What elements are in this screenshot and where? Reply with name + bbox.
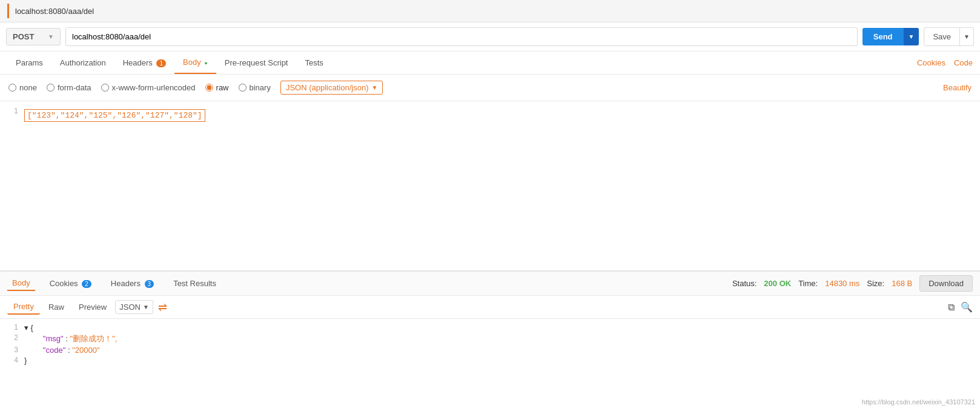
json-type-select[interactable]: JSON (application/json) ▼ [280, 81, 383, 95]
request-tabs-row: Params Authorization Headers 1 Body ● Pr… [0, 52, 980, 75]
json-key-msg: "msg" [36, 334, 64, 343]
copy-icon[interactable]: ⧉ [948, 302, 955, 313]
response-json-select[interactable]: JSON ▼ [115, 300, 153, 314]
resp-tab-body[interactable]: Body [7, 276, 35, 291]
time-value: 14830 ms [825, 279, 859, 288]
fmt-preview[interactable]: Preview [73, 300, 113, 314]
url-input[interactable] [65, 27, 858, 46]
resp-tab-testresults[interactable]: Test Results [168, 276, 221, 290]
watermark: https://blog.csdn.net/weixin_43107321 [862, 398, 975, 406]
response-json-area: 1 ▾ { 2 "msg" : "删除成功！", 3 "code" : "200… [0, 319, 980, 369]
body-type-formdata[interactable]: form-data [47, 83, 91, 92]
save-dropdown-button[interactable]: ▼ [960, 27, 974, 46]
tab-body[interactable]: Body ● [174, 52, 216, 74]
response-top-bar: Body Cookies 2 Headers 3 Test Results St… [0, 271, 980, 296]
resp-cookies-badge: 2 [82, 280, 91, 288]
code-editor: 1 ["123","124","125","126","127","128"] [0, 101, 980, 271]
resp-tab-cookies[interactable]: Cookies 2 [45, 276, 96, 290]
fmt-pretty[interactable]: Pretty [7, 299, 40, 315]
json-line-1: 1 ▾ { [0, 323, 980, 333]
tab-prerequest[interactable]: Pre-request Script [216, 52, 297, 73]
json-key-code: "code" [36, 346, 65, 355]
download-button[interactable]: Download [919, 275, 973, 292]
stream-icon[interactable]: ⇌ [158, 301, 167, 314]
resp-tab-headers[interactable]: Headers 3 [106, 276, 159, 290]
status-label: Status: [732, 279, 757, 288]
save-group: Save ▼ [924, 27, 974, 46]
method-label: POST [13, 32, 34, 41]
url-bar: localhost:8080/aaa/del [0, 0, 980, 22]
fmt-raw[interactable]: Raw [42, 300, 70, 314]
tab-headers[interactable]: Headers 1 [114, 52, 174, 73]
json-val-msg: "删除成功！", [70, 334, 118, 343]
code-link[interactable]: Code [954, 58, 973, 67]
body-dot-icon: ● [204, 60, 207, 66]
body-type-raw[interactable]: raw [205, 83, 229, 92]
status-info: Status: 200 OK Time: 14830 ms Size: 168 … [732, 275, 973, 292]
json-val-code: "20000" [72, 346, 99, 355]
tab-right-links: Cookies Code [917, 58, 973, 67]
tab-tests[interactable]: Tests [296, 52, 331, 73]
method-select[interactable]: POST ▼ [6, 28, 61, 45]
resp-json-chevron-icon: ▼ [143, 304, 149, 310]
response-format-bar: Pretty Raw Preview JSON ▼ ⇌ ⧉ 🔍 [0, 296, 980, 319]
line-number-1: 1 [0, 107, 24, 115]
json-chevron-icon: ▼ [371, 84, 377, 91]
json-line-4: 4 } [0, 355, 980, 366]
cookies-link[interactable]: Cookies [917, 58, 945, 67]
response-icons-right: ⧉ 🔍 [948, 301, 973, 313]
body-type-none[interactable]: none [8, 83, 37, 92]
method-chevron-icon: ▼ [48, 33, 54, 40]
search-icon[interactable]: 🔍 [961, 301, 973, 313]
code-line-1: 1 ["123","124","125","126","127","128"] [0, 106, 980, 125]
save-button[interactable]: Save [924, 27, 960, 46]
json-line-2: 2 "msg" : "删除成功！", [0, 333, 980, 345]
send-dropdown-button[interactable]: ▼ [904, 28, 919, 45]
size-value: 168 B [892, 279, 912, 288]
body-type-row: none form-data x-www-form-urlencoded raw… [0, 75, 980, 101]
headers-badge: 1 [156, 59, 166, 67]
size-label: Size: [867, 279, 884, 288]
send-group: Send ▼ [862, 28, 919, 45]
send-button[interactable]: Send [862, 28, 904, 45]
code-content-box[interactable]: ["123","124","125","126","127","128"] [24, 109, 205, 122]
resp-headers-badge: 3 [145, 280, 154, 288]
time-label: Time: [798, 279, 818, 288]
body-type-binary[interactable]: binary [239, 83, 271, 92]
url-display: localhost:8080/aaa/del [15, 7, 94, 16]
tab-params[interactable]: Params [7, 52, 51, 73]
beautify-button[interactable]: Beautify [943, 83, 972, 92]
tab-authorization[interactable]: Authorization [51, 52, 114, 73]
status-value: 200 OK [764, 279, 791, 288]
json-line-3: 3 "code" : "20000" [0, 345, 980, 355]
orange-indicator [7, 4, 9, 18]
body-type-urlencoded[interactable]: x-www-form-urlencoded [101, 83, 196, 92]
request-bar: POST ▼ Send ▼ Save ▼ [0, 22, 980, 52]
